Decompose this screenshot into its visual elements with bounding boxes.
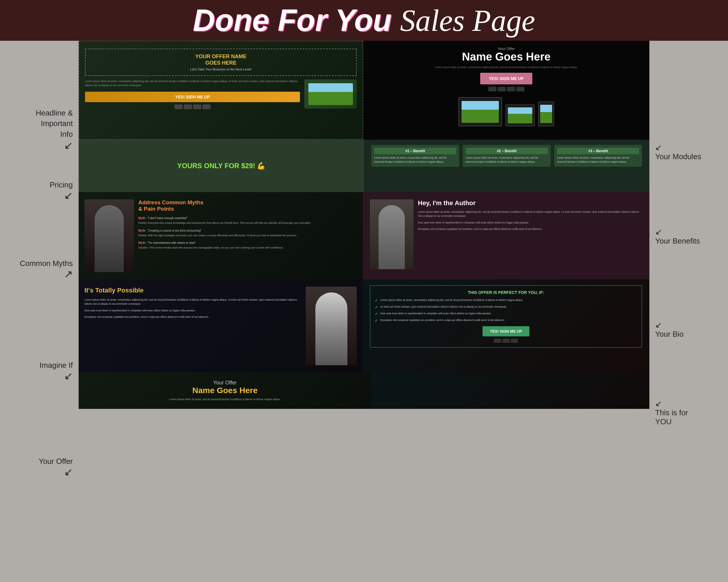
device-mockup — [304, 79, 357, 109]
benefit-text-2: Lorem ipsum dolor sit amet, consectetur … — [466, 156, 548, 164]
hero-device-col — [304, 79, 357, 109]
imagine-para3: Excepteur sint occaecat cupidatat non pr… — [84, 315, 302, 319]
device-screen — [308, 83, 353, 105]
bio-title: Hey, I'm the Author — [418, 199, 642, 207]
right-payment-icon-2 — [498, 87, 506, 91]
perfect-item-4: ✓ Excepteur sint occaecat cupidatat non … — [375, 318, 637, 323]
section-row-5: Your Offer Name Goes Here Lorem ipsum do… — [79, 372, 649, 409]
perfect-text-4: Excepteur sint occaecat cupidatat non pr… — [380, 318, 505, 323]
imagine-section: It's Totally Possible Lorem ipsum dolor … — [79, 279, 363, 372]
bio-para1: Lorem ipsum dolor sit amet, consectetur … — [418, 210, 642, 218]
right-hero-cta-button[interactable]: YES! SIGN ME UP — [480, 73, 532, 84]
perfect-section: THIS OFFER IS PERFECT FOR YOU, IF: ✓ Lor… — [363, 279, 649, 372]
myths-person-silhouette — [95, 205, 124, 272]
myth3-text: "I'm overwhelmed with where to start" — [147, 241, 196, 244]
device-small — [538, 102, 554, 126]
center-columns: YOUR OFFER NAME GOES HERE Let's Take You… — [79, 41, 649, 582]
device-medium-screen — [508, 107, 532, 123]
hero-subtitle: Let's Take Your Business to the Next Lev… — [90, 67, 352, 71]
section-row-3: Address Common Myths & Pain Points Myth:… — [79, 192, 649, 279]
benefit-card-2: #2 – Benefit Lorem ipsum dolor sit amet,… — [463, 145, 551, 167]
header-banner: Done For You Sales Page — [0, 0, 728, 41]
hero-offer-title: YOUR OFFER NAME GOES HERE — [90, 54, 352, 66]
perfect-item-2: ✓ Ut enim ad minim veniam, quis nostrud … — [375, 305, 637, 309]
benefit-title-2: #2 – Benefit — [466, 148, 548, 154]
right-labels-column: ↙ Your Modules ↙ Your Benefits ↙ Your Bi… — [649, 41, 728, 582]
section-row-2: YOURS ONLY FOR $29! 💪 #1 – Benefit Lorem… — [79, 140, 649, 192]
device-medium — [505, 105, 535, 126]
left-labels-column: Headline & Important Info ↙ Pricing ↙ Co… — [0, 41, 79, 582]
pricing-label: Pricing ↙ — [50, 181, 73, 202]
perfect-item-3: ✓ Duis aute irure dolor in reprehenderit… — [375, 312, 637, 316]
benefit-card-3: #3 – Benefit Lorem ipsum dolor sit amet,… — [554, 145, 642, 167]
hero-text-col: Lorem ipsum dolor sit amet, consectetur … — [85, 79, 300, 109]
offer-bottom-section: Your Offer Name Goes Here Lorem ipsum do… — [79, 372, 371, 409]
check-icon-3: ✓ — [375, 312, 378, 316]
bio-section: Hey, I'm the Author Lorem ipsum dolor si… — [363, 192, 649, 279]
myth-item-3: Myth: "I'm overwhelmed with where to sta… — [138, 240, 357, 250]
perfect-box: THIS OFFER IS PERFECT FOR YOU, IF: ✓ Lor… — [370, 285, 642, 348]
imagine-para2: Duis aute irure dolor in reprehenderit i… — [84, 308, 302, 312]
bio-label: ↙ Your Bio — [655, 320, 683, 339]
imagine-photo — [306, 287, 357, 365]
perfect-pay-icon-3 — [511, 339, 518, 343]
right-payment-icon-4 — [516, 87, 524, 91]
headline-label: Headline & Important Info ↙ — [36, 108, 73, 151]
device-large-screen — [462, 101, 499, 123]
modules-devices — [370, 97, 642, 126]
pricing-section: YOURS ONLY FOR $29! 💪 — [79, 140, 364, 192]
bio-person-silhouette — [379, 205, 405, 269]
benefit-text-3: Lorem ipsum dolor sit amet, consectetur … — [557, 156, 639, 164]
offer-bottom-title: Name Goes Here — [86, 386, 364, 395]
hero-lorem: Lorem ipsum dolor sit amet, consectetur … — [85, 79, 300, 87]
payment-icon-4 — [202, 105, 211, 109]
benefits-grid: #1 – Benefit Lorem ipsum dolor sit amet,… — [371, 145, 642, 167]
benefit-card-1: #1 – Benefit Lorem ipsum dolor sit amet,… — [371, 145, 459, 167]
bio-para3: Excepteur sint occaecat cupidatat non pr… — [418, 227, 642, 231]
right-payment-icons — [370, 87, 642, 91]
benefits-label: ↙ Your Benefits — [655, 227, 700, 246]
imagine-content: It's Totally Possible Lorem ipsum dolor … — [84, 287, 302, 365]
myth1-text: "I don't have enough expertise" — [147, 217, 187, 220]
header-title-part1: Done For You — [193, 3, 392, 37]
your-offer-label: Your Offer ↙ — [39, 457, 73, 478]
perfect-pay-icon-1 — [494, 339, 501, 343]
this-is-for-you-label: ↙ This is for YOU — [655, 399, 688, 426]
offer-bottom-sub: Your Offer — [86, 380, 364, 386]
myths-section: Address Common Myths & Pain Points Myth:… — [79, 192, 363, 279]
payment-icon-1 — [175, 105, 183, 109]
benefit-text-1: Lorem ipsum dolor sit amet, consectetur … — [374, 156, 456, 164]
perfect-cta-button[interactable]: YES! SIGN ME UP — [483, 326, 529, 336]
offer-bottom-right — [371, 372, 649, 409]
myth2-reality: Reality: With the right strategies and t… — [138, 234, 357, 238]
payment-icon-3 — [193, 105, 201, 109]
pricing-text: YOURS ONLY FOR $29! — [177, 162, 255, 170]
myth1-label: Myth: — [138, 217, 146, 220]
right-hero-sub: Your Offer — [370, 47, 642, 51]
bio-content: Hey, I'm the Author Lorem ipsum dolor si… — [418, 199, 642, 272]
right-payment-icon-1 — [488, 87, 496, 91]
benefit-title-1: #1 – Benefit — [374, 148, 456, 154]
hero-section: YOUR OFFER NAME GOES HERE Let's Take You… — [79, 41, 363, 140]
perfect-text-3: Duis aute irure dolor in reprehenderit i… — [380, 312, 492, 316]
imagine-para1: Lorem ipsum dolor sit amet, consectetur … — [84, 298, 302, 306]
right-payment-icon-3 — [507, 87, 515, 91]
header-title-part2: Sales Page — [400, 3, 535, 37]
imagine-person-silhouette — [315, 293, 347, 365]
perfect-text-2: Ut enim ad minim veniam, quis nostrud ex… — [380, 305, 507, 309]
perfect-item-1: ✓ Lorem ipsum dolor sit amet, consectetu… — [375, 298, 637, 303]
device-large — [458, 97, 502, 126]
myth-item-2: Myth: "Creating a course is too time-con… — [138, 227, 357, 238]
myth2-label: Myth: — [138, 229, 146, 232]
benefits-section: #1 – Benefit Lorem ipsum dolor sit amet,… — [364, 140, 649, 192]
hero-offer-box: YOUR OFFER NAME GOES HERE Let's Take You… — [85, 49, 357, 76]
hero-body: Lorem ipsum dolor sit amet, consectetur … — [85, 79, 357, 109]
perfect-title: THIS OFFER IS PERFECT FOR YOU, IF: — [375, 290, 637, 295]
perfect-pay-icon-2 — [502, 339, 510, 343]
bio-para2: Duis aute irure dolor in reprehenderit i… — [418, 221, 642, 225]
myth3-label: Myth: — [138, 241, 146, 244]
hero-cta-button[interactable]: YES! SIGN ME UP — [85, 92, 300, 102]
right-hero-title: Name Goes Here — [370, 51, 642, 63]
section-row-1: YOUR OFFER NAME GOES HERE Let's Take You… — [79, 41, 649, 140]
right-hero-lorem: Lorem ipsum dolor sit amet, consectetur … — [370, 65, 642, 70]
